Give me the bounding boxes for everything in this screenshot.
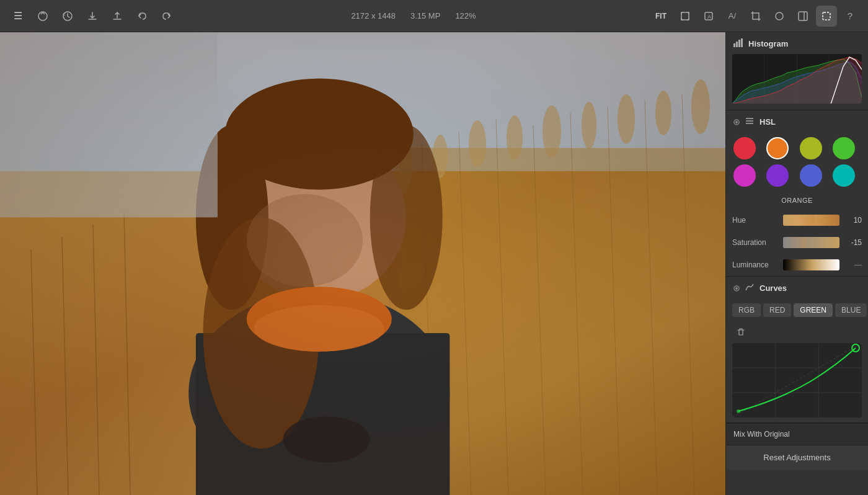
- toolbar-right-buttons: FIT A A/: [650, 6, 861, 27]
- image-dimensions: 2172 x 1448: [351, 11, 396, 20]
- curves-header: Curves: [726, 277, 868, 298]
- hsl-section: HSL ORANGE Hue 10: [726, 110, 868, 277]
- luminance-fill: [783, 259, 812, 270]
- hue-label: Hue: [732, 216, 779, 225]
- download-button[interactable]: [82, 6, 103, 27]
- svg-point-65: [735, 287, 738, 290]
- share-button[interactable]: [107, 6, 128, 27]
- download-icon: [87, 11, 98, 22]
- color-magenta[interactable]: [733, 164, 756, 187]
- tab-green[interactable]: GREEN: [794, 303, 833, 317]
- svg-rect-49: [733, 43, 735, 47]
- selection-icon: [821, 11, 832, 22]
- curves-svg: [732, 343, 862, 417]
- text-button[interactable]: A/: [722, 6, 743, 27]
- tab-blue[interactable]: BLUE: [835, 303, 867, 317]
- svg-point-0: [38, 12, 47, 20]
- image-megapixels: 3.15 MP: [410, 11, 440, 20]
- curves-collapse-icon: [733, 283, 740, 293]
- svg-rect-51: [738, 40, 740, 47]
- hsl-color-grid: [726, 132, 868, 194]
- fullscreen-button[interactable]: [675, 6, 696, 27]
- hue-value: 10: [843, 216, 862, 225]
- luminance-label: Luminance: [732, 261, 779, 269]
- curves-tabs: RGB RED GREEN BLUE: [726, 298, 868, 321]
- selection-button[interactable]: [816, 6, 837, 27]
- photo-canvas: [0, 32, 725, 495]
- svg-text:A: A: [707, 14, 711, 20]
- menu-button[interactable]: ☰: [7, 6, 29, 27]
- svg-line-70: [732, 343, 862, 417]
- color-yellow[interactable]: [800, 137, 822, 159]
- circle-select-icon: [774, 11, 785, 22]
- curves-title: Curves: [760, 283, 787, 293]
- curves-section: Curves RGB RED GREEN BLUE: [726, 277, 868, 423]
- trash-icon: [737, 328, 745, 336]
- luminance-slider-row: Luminance —: [726, 254, 868, 276]
- histogram-svg: [732, 54, 862, 104]
- hsl-title: HSL: [760, 117, 776, 127]
- saturation-slider-row: Saturation -15: [726, 231, 868, 254]
- svg-rect-2: [681, 12, 689, 20]
- redo-button[interactable]: [156, 6, 177, 27]
- undo-button[interactable]: [131, 6, 153, 27]
- svg-rect-50: [736, 42, 738, 47]
- main-area: Histogram: [0, 32, 868, 495]
- svg-rect-6: [799, 12, 807, 20]
- mix-with-original-label: Mix With Original: [733, 430, 790, 439]
- hue-fill: [783, 215, 814, 226]
- fullscreen-icon: [680, 11, 691, 22]
- svg-point-60: [735, 121, 738, 123]
- toolbar-center: 2172 x 1448 3.15 MP 122%: [177, 11, 650, 20]
- curves-delete-button[interactable]: [732, 323, 750, 341]
- curves-display: [732, 343, 862, 417]
- info-icon: A: [703, 11, 714, 22]
- toolbar: ☰: [0, 0, 868, 32]
- histogram-icon: [733, 38, 743, 49]
- histogram-header: Histogram: [726, 32, 868, 54]
- curves-canvas-wrap: [732, 323, 862, 417]
- panel-toggle-button[interactable]: [792, 6, 813, 27]
- crop-button[interactable]: [745, 6, 766, 27]
- history-button[interactable]: [57, 6, 78, 27]
- color-orange[interactable]: [766, 137, 789, 159]
- color-purple[interactable]: [766, 164, 789, 187]
- color-teal[interactable]: [833, 164, 855, 187]
- hsl-header: HSL: [726, 110, 868, 132]
- hue-slider-row: Hue 10: [726, 209, 868, 231]
- mix-with-original-bar[interactable]: Mix With Original: [726, 423, 868, 445]
- svg-rect-52: [741, 38, 743, 47]
- tab-rgb[interactable]: RGB: [732, 303, 761, 317]
- tab-red[interactable]: RED: [763, 303, 791, 317]
- sync-button[interactable]: [32, 6, 53, 27]
- toolbar-left-buttons: ☰: [7, 6, 177, 27]
- luminance-track[interactable]: [783, 259, 839, 270]
- selected-color-label: ORANGE: [726, 194, 868, 209]
- info-button[interactable]: A: [698, 6, 719, 27]
- right-panel: Histogram: [725, 32, 868, 495]
- zoom-fit-button[interactable]: FIT: [650, 6, 672, 27]
- hsl-collapse-icon: [733, 117, 740, 127]
- history-icon: [62, 11, 73, 22]
- saturation-label: Saturation: [732, 238, 779, 247]
- sync-icon: [37, 11, 48, 22]
- photo-svg: [0, 32, 725, 495]
- hue-track[interactable]: [783, 215, 839, 226]
- curves-toolbar: [732, 323, 862, 341]
- crop-icon: [750, 11, 761, 22]
- reset-adjustments-button[interactable]: Reset Adjustments: [726, 445, 868, 470]
- color-red[interactable]: [733, 137, 756, 159]
- circle-select-button[interactable]: [769, 6, 790, 27]
- color-blue[interactable]: [800, 164, 822, 187]
- saturation-value: -15: [843, 238, 862, 247]
- saturation-track[interactable]: [783, 237, 839, 248]
- saturation-fill: [783, 237, 807, 248]
- undo-icon: [136, 11, 148, 22]
- color-green[interactable]: [833, 137, 855, 159]
- help-button[interactable]: ?: [839, 6, 861, 27]
- image-zoom: 122%: [455, 11, 476, 20]
- svg-rect-8: [823, 12, 830, 20]
- histogram-section: Histogram: [726, 32, 868, 110]
- hsl-icon-bars: [745, 117, 755, 127]
- svg-point-5: [776, 12, 783, 20]
